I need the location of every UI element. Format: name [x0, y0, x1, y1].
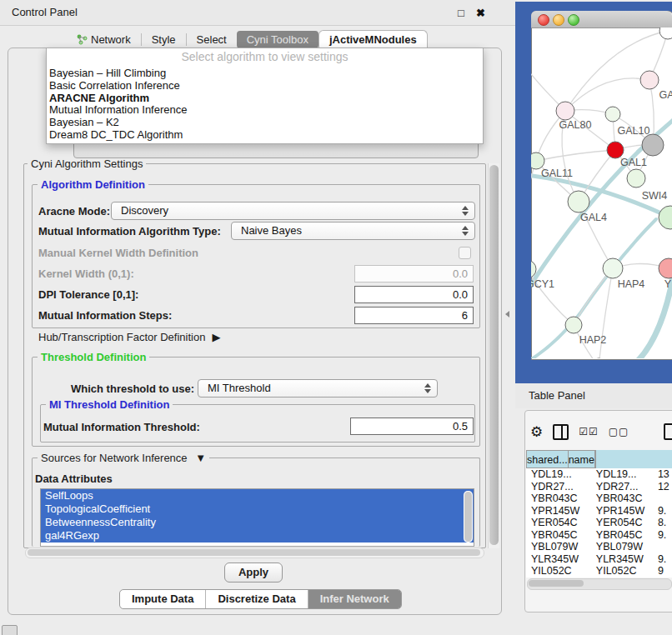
mi-threshold-field[interactable]: 0.5	[350, 418, 474, 435]
which-threshold-combobox[interactable]: MI Threshold	[198, 379, 438, 398]
algorithm-dropdown-item[interactable]: Mutual Information Inference	[49, 104, 480, 117]
document-icon[interactable]	[664, 423, 672, 440]
network-edge[interactable]	[536, 150, 615, 161]
table-header-cell[interactable]	[595, 450, 596, 468]
network-node-big-right[interactable]	[659, 206, 672, 229]
tab-style[interactable]: Style	[142, 31, 186, 48]
columns-icon[interactable]	[553, 424, 569, 440]
mi-type-combobox[interactable]: Naive Bayes	[231, 222, 475, 240]
network-node-red[interactable]	[607, 142, 624, 158]
algorithm-dropdown-item[interactable]: ARACNE Algorithm	[49, 92, 480, 105]
settings-vertical-scrollbar[interactable]	[488, 163, 499, 548]
window-close-button[interactable]	[538, 14, 549, 26]
cell-value: 8.	[653, 517, 672, 529]
window-zoom-button[interactable]	[568, 14, 579, 26]
manual-kernel-checkbox[interactable]	[459, 247, 471, 259]
network-node-hap4[interactable]	[603, 258, 623, 278]
select-all-checkboxes-icon[interactable]: ☑☑	[579, 426, 599, 438]
apply-button[interactable]: Apply	[224, 562, 283, 582]
listbox-scrollbar[interactable]	[464, 491, 473, 542]
cell-value: 12	[653, 481, 672, 493]
mi-steps-field[interactable]: 6	[354, 307, 474, 324]
tab-select[interactable]: Select	[187, 31, 237, 48]
settings-vertical-scrollbar-thumb[interactable]	[489, 165, 499, 545]
cell-shared-name: YER054C	[526, 517, 591, 529]
table-row[interactable]: YDR27... YDR27... 12	[526, 481, 672, 493]
combo-stepper-icon	[462, 206, 469, 216]
data-attribute-item[interactable]: SelfLoops	[41, 489, 474, 502]
settings-horizontal-scrollbar[interactable]	[25, 548, 484, 558]
algorithm-dropdown-item[interactable]: Bayesian – K2	[49, 117, 480, 129]
cell-shared-name: YLR345W	[526, 553, 591, 566]
panel-divider-grip[interactable]	[505, 311, 509, 318]
settings-horizontal-scrollbar-thumb[interactable]	[28, 549, 480, 556]
table-row[interactable]: YPR145W YPR145W 9.	[526, 505, 672, 518]
tab-cyni-toolbox[interactable]: Cyni Toolbox	[237, 31, 318, 48]
cell-name: YBL079W	[591, 541, 653, 553]
window-minimize-button[interactable]	[553, 14, 564, 26]
tab-jactivemnodules[interactable]: jActiveMNodules	[318, 30, 428, 48]
aracne-mode-combobox[interactable]: Discovery	[111, 202, 475, 220]
tab-discretize-data[interactable]: Discretize Data	[206, 590, 308, 608]
algorithm-dropdown-item[interactable]: Dream8 DC_TDC Algorithm	[49, 129, 480, 142]
network-node-gray[interactable]	[642, 134, 664, 156]
cell-name: YER054C	[591, 517, 653, 529]
network-node-swi4[interactable]	[627, 169, 645, 188]
threshold-definition-legend: Threshold Definition	[38, 351, 149, 363]
data-attribute-item[interactable]: BetweennessCentrality	[41, 516, 474, 529]
cell-shared-name: YDR27...	[526, 481, 591, 493]
network-edge[interactable]	[565, 78, 649, 111]
network-node-gal4[interactable]	[568, 191, 589, 212]
table-horizontal-scrollbar-thumb[interactable]	[529, 580, 584, 587]
sources-legend[interactable]: Sources for Network Inference ▼	[38, 452, 209, 464]
node-label: GAL	[659, 89, 672, 101]
close-panel-icon[interactable]: ✖	[476, 7, 485, 19]
network-node-gal10[interactable]	[605, 107, 620, 122]
gear-icon[interactable]: ⚙	[530, 423, 543, 441]
table-horizontal-scrollbar[interactable]	[527, 578, 672, 590]
float-panel-icon[interactable]: □	[458, 7, 464, 19]
tab-infer-network[interactable]: Infer Network	[308, 590, 401, 608]
node-label: GCY1	[531, 278, 554, 290]
cell-shared-name: YBL079W	[526, 541, 591, 553]
network-canvas[interactable]: GALGAL80GAL10GAL1GAL11SWI4GAL4GCY1HAP4YH…	[531, 28, 672, 358]
deselect-all-checkboxes-icon[interactable]: ▢▢	[609, 426, 629, 438]
kernel-width-field[interactable]: 0.0	[354, 265, 474, 282]
bottom-left-widget[interactable]	[2, 625, 18, 635]
cell-value	[653, 492, 672, 505]
network-node-salmon[interactable]	[659, 258, 672, 278]
cell-value: 9.	[653, 529, 672, 542]
dpi-tolerance-label: DPI Tolerance [0,1]:	[38, 288, 138, 301]
hub-definition-toggle[interactable]: Hub/Transcription Factor Definition▶	[38, 331, 220, 343]
collapse-down-icon: ▼	[195, 452, 206, 464]
algorithm-dropdown-item[interactable]: Bayesian – Hill Climbing	[49, 68, 480, 80]
tab-impute-data[interactable]: Impute Data	[120, 590, 206, 608]
tab-network[interactable]: Network	[67, 31, 141, 48]
network-node-gal11[interactable]	[531, 152, 544, 169]
table-row[interactable]: YBL079W YBL079W	[526, 541, 672, 553]
tab-network-label: Network	[91, 33, 131, 46]
table-row[interactable]: YBR045C YBR045C 9.	[526, 529, 672, 542]
which-threshold-label: Which threshold to use:	[71, 382, 194, 395]
dpi-tolerance-field[interactable]: 0.0	[354, 286, 474, 303]
network-node-gal-pink[interactable]	[640, 71, 659, 89]
node-label: Y	[664, 278, 672, 290]
table-row[interactable]: YBR043C YBR043C	[526, 492, 672, 505]
table-header-cell[interactable]: name	[569, 450, 595, 468]
network-node-top-partial[interactable]	[659, 28, 672, 39]
table-row[interactable]: YER054C YER054C 8.	[526, 517, 672, 529]
table-row[interactable]: YIL052C YIL052C 9	[526, 565, 672, 578]
data-attribute-item[interactable]: gal4RGexp	[41, 529, 474, 542]
table-row[interactable]: YLR345W YLR345W 9.	[526, 553, 672, 566]
data-attribute-item[interactable]: TopologicalCoefficient	[41, 502, 474, 516]
algorithm-dropdown-placeholder: Select algorithm to view settings	[47, 50, 483, 63]
node-table: shared...name YDL19... YDL19... 13 YDR27…	[526, 450, 672, 578]
network-node-hap2[interactable]	[565, 317, 582, 333]
network-window-titlebar[interactable]	[531, 11, 672, 28]
table-header-cell[interactable]: shared...	[526, 450, 569, 468]
node-label: SWI4	[642, 190, 668, 202]
table-row[interactable]: YDL19... YDL19... 13	[526, 468, 672, 481]
algorithm-dropdown-item[interactable]: Basic Correlation Inference	[49, 80, 480, 92]
listbox-scrollbar-thumb[interactable]	[464, 492, 472, 542]
network-node-gal80[interactable]	[556, 102, 574, 120]
